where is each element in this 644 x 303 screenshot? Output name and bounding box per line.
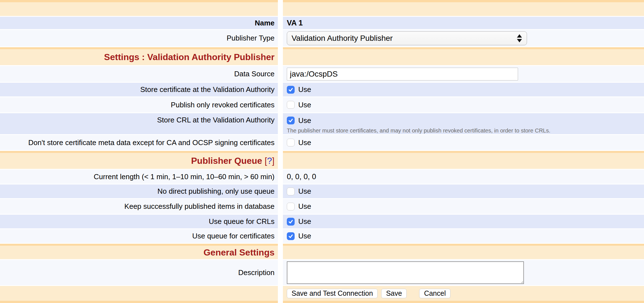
- use-queue-certificates-use-label[interactable]: Use: [298, 232, 311, 240]
- dont-store-meta-row: Don't store certificate meta data except…: [0, 135, 644, 150]
- publisher-type-select-wrap: Validation Authority Publisher: [287, 31, 527, 45]
- publish-only-revoked-row: Publish only revoked certificates Use: [0, 97, 644, 112]
- use-queue-certificates-label: Use queue for certificates: [192, 232, 275, 240]
- publish-only-revoked-label: Publish only revoked certificates: [171, 101, 275, 109]
- keep-published-items-row: Keep successfully published items in dat…: [0, 199, 644, 214]
- publish-only-revoked-checkbox[interactable]: [287, 101, 295, 109]
- name-row: Name VA 1: [0, 17, 644, 29]
- publisher-queue-section-header: Publisher Queue [?]: [0, 151, 644, 169]
- cancel-button[interactable]: Cancel: [419, 289, 450, 298]
- name-value: VA 1: [287, 19, 303, 27]
- top-section-band: [0, 0, 644, 16]
- no-direct-publishing-label: No direct publishing, only use queue: [158, 187, 275, 196]
- keep-published-items-label: Keep successfully published items in dat…: [124, 202, 275, 211]
- edit-publisher-page: Name VA 1 Publisher Type Validation Auth…: [0, 0, 644, 303]
- store-certificate-row: Store certificate at the Validation Auth…: [0, 83, 644, 96]
- no-direct-publishing-row: No direct publishing, only use queue Use: [0, 184, 644, 198]
- data-source-input[interactable]: [287, 68, 518, 81]
- use-queue-crls-label: Use queue for CRLs: [209, 217, 275, 226]
- checkmark-icon: [288, 233, 294, 239]
- save-button[interactable]: Save: [381, 289, 407, 298]
- buttons-row: Save and Test Connection Save Cancel: [0, 286, 644, 301]
- use-queue-certificates-row: Use queue for certificates Use: [0, 229, 644, 243]
- dont-store-meta-checkbox[interactable]: [287, 139, 295, 146]
- use-queue-crls-checkbox[interactable]: [287, 218, 295, 226]
- bottom-section-band: [0, 301, 644, 303]
- keep-published-items-checkbox[interactable]: [287, 203, 295, 210]
- data-source-row: Data Source: [0, 66, 644, 82]
- publisher-queue-section-title: Publisher Queue [?]: [191, 156, 275, 166]
- store-certificate-use-label[interactable]: Use: [298, 85, 311, 94]
- store-crl-note: The publisher must store certificates, a…: [287, 127, 550, 134]
- store-crl-use-label[interactable]: Use: [298, 116, 311, 125]
- checkmark-icon: [288, 118, 294, 123]
- checkmark-icon: [288, 87, 294, 93]
- no-direct-publishing-checkbox[interactable]: [287, 188, 295, 195]
- description-row: Description: [0, 260, 644, 285]
- no-direct-publishing-use-label[interactable]: Use: [298, 187, 311, 196]
- use-queue-crls-use-label[interactable]: Use: [298, 217, 311, 226]
- checkmark-icon: [288, 219, 294, 224]
- publisher-type-row: Publisher Type Validation Authority Publ…: [0, 30, 644, 46]
- store-crl-checkbox[interactable]: [287, 117, 295, 124]
- use-queue-crls-row: Use queue for CRLs Use: [0, 215, 644, 228]
- data-source-label: Data Source: [234, 70, 275, 78]
- current-length-label: Current length (< 1 min, 1–10 min, 10–60…: [94, 172, 275, 181]
- name-label: Name: [255, 19, 275, 27]
- current-length-value: 0, 0, 0, 0: [287, 172, 316, 181]
- publisher-type-label: Publisher Type: [226, 34, 275, 42]
- settings-section-title: Settings : Validation Authority Publishe…: [104, 52, 275, 62]
- description-label: Description: [238, 268, 275, 277]
- publish-only-revoked-use-label[interactable]: Use: [298, 101, 311, 109]
- publisher-type-select[interactable]: Validation Authority Publisher: [287, 31, 527, 45]
- general-settings-section-title: General Settings: [204, 247, 275, 258]
- save-and-test-connection-button[interactable]: Save and Test Connection: [287, 289, 378, 298]
- description-textarea[interactable]: [287, 261, 524, 284]
- current-length-row: Current length (< 1 min, 1–10 min, 10–60…: [0, 170, 644, 184]
- store-certificate-checkbox[interactable]: [287, 86, 295, 94]
- keep-published-items-use-label[interactable]: Use: [298, 202, 311, 211]
- dont-store-meta-use-label[interactable]: Use: [298, 138, 311, 147]
- store-crl-row: Store CRL at the Validation Authority Us…: [0, 113, 644, 134]
- store-crl-label: Store CRL at the Validation Authority: [157, 113, 275, 127]
- general-settings-section-header: General Settings: [0, 244, 644, 259]
- store-certificate-label: Store certificate at the Validation Auth…: [140, 85, 275, 94]
- use-queue-certificates-checkbox[interactable]: [287, 232, 295, 240]
- dont-store-meta-label: Don't store certificate meta data except…: [28, 138, 275, 147]
- publisher-queue-help-link[interactable]: ?: [267, 156, 272, 166]
- settings-section-header: Settings : Validation Authority Publishe…: [0, 47, 644, 65]
